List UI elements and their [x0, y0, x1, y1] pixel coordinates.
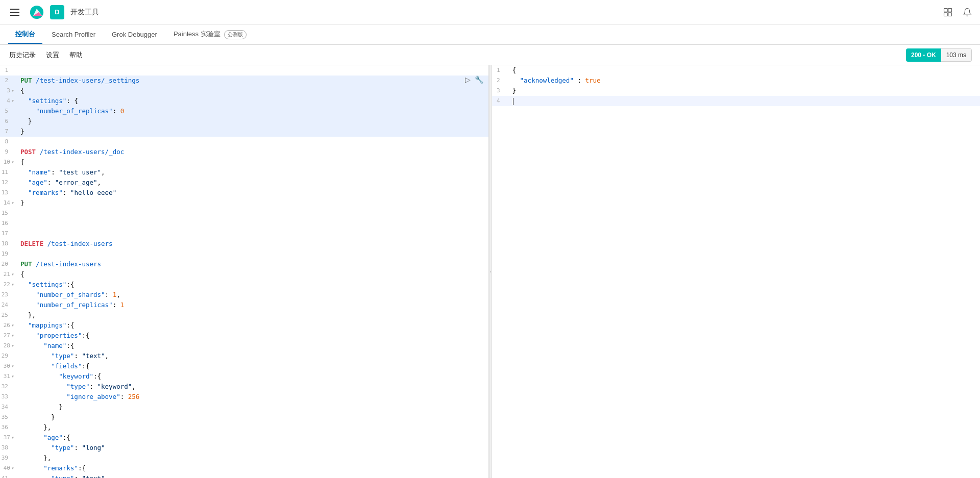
code-line: 2 "acknowledged" : true: [492, 76, 981, 86]
notifications-button[interactable]: [961, 6, 974, 19]
code-line: 30▾ "fields":{: [0, 361, 488, 371]
tab-grok-debugger[interactable]: Grok Debugger: [105, 27, 164, 43]
tab-search-profiler[interactable]: Search Profiler: [44, 27, 103, 43]
status-code: 200 - OK: [906, 48, 941, 62]
svg-rect-3: [944, 8, 948, 12]
tab-console[interactable]: 控制台: [8, 26, 42, 44]
editor-area: 1 2 PUT /test-index-users/_settings ▷🔧 3…: [0, 65, 980, 478]
secondary-toolbar: 历史记录 设置 帮助 200 - OK 103 ms: [0, 45, 980, 65]
code-line: 14▾ }: [0, 198, 488, 208]
code-line: 10▾ {: [0, 157, 488, 167]
code-line: 22▾ "settings":{: [0, 280, 488, 290]
code-line: 1 {: [492, 65, 981, 76]
code-line: 15: [0, 208, 488, 218]
tab-bar: 控制台 Search Profiler Grok Debugger Painle…: [0, 24, 980, 45]
help-button[interactable]: 帮助: [68, 48, 84, 62]
code-line: 32 "type": "keyword",: [0, 382, 488, 392]
svg-rect-6: [948, 12, 952, 16]
run-button[interactable]: ▷: [464, 76, 472, 84]
bell-icon: [963, 8, 972, 17]
code-line: 11 "name": "test user",: [0, 167, 488, 178]
right-editor[interactable]: 1 { 2 "acknowledged" : true 3 } 4: [492, 65, 981, 478]
code-line: 29 "type": "text",: [0, 351, 488, 361]
code-line: 2 PUT /test-index-users/_settings ▷🔧: [0, 76, 488, 86]
tab-painless[interactable]: Painless 实验室 公测版: [166, 26, 254, 44]
status-time: 103 ms: [941, 48, 972, 62]
code-line: 40▾ "remarks":{: [0, 463, 488, 473]
code-line: 1: [0, 65, 488, 76]
code-line: 4▾ "settings": {: [0, 96, 488, 106]
code-line: 38 "type": "long": [0, 443, 488, 453]
code-line: 31▾ "keyword":{: [0, 371, 488, 382]
code-line: 9 POST /test-index-users/_doc: [0, 147, 488, 157]
code-line: 5 "number_of_replicas": 0: [0, 106, 488, 116]
code-line: 6 }: [0, 116, 488, 127]
status-area: 200 - OK 103 ms: [906, 48, 972, 62]
code-line: 8: [0, 137, 488, 147]
user-avatar: D: [50, 5, 64, 19]
code-line: 34 }: [0, 402, 488, 412]
code-line: 36 },: [0, 422, 488, 433]
code-line: 16: [0, 218, 488, 229]
code-line: 23 "number_of_shards": 1,: [0, 290, 488, 300]
code-line: 19: [0, 249, 488, 259]
code-line: 37▾ "age":{: [0, 433, 488, 443]
code-line: 3▾ {: [0, 86, 488, 96]
wrench-button[interactable]: 🔧: [474, 76, 484, 84]
kibana-logo: [30, 5, 44, 19]
svg-rect-5: [944, 12, 948, 16]
code-line: 28▾ "name":{: [0, 341, 488, 351]
code-line: 41 "type": "text": [0, 473, 488, 478]
code-line: 21▾ {: [0, 269, 488, 280]
code-line: 20 PUT /test-index-users: [0, 259, 488, 269]
left-editor[interactable]: 1 2 PUT /test-index-users/_settings ▷🔧 3…: [0, 65, 489, 478]
code-line: 18 DELETE /test-index-users: [0, 239, 488, 249]
app-title: 开发工具: [70, 8, 99, 17]
extensions-icon: [943, 8, 952, 17]
code-line: 17: [0, 229, 488, 239]
code-line: 39 },: [0, 453, 488, 463]
beta-badge: 公测版: [224, 30, 247, 39]
code-line: 3 }: [492, 86, 981, 96]
top-bar: D 开发工具: [0, 0, 980, 24]
code-line: 12 "age": "error_age",: [0, 178, 488, 188]
code-line: 33 "ignore_above": 256: [0, 392, 488, 402]
hamburger-button[interactable]: [6, 5, 23, 20]
code-line: 13 "remarks": "hello eeee": [0, 188, 488, 198]
history-button[interactable]: 历史记录: [8, 48, 37, 62]
code-line: 4: [492, 96, 981, 106]
code-line: 35 }: [0, 412, 488, 422]
code-line: 7 }: [0, 127, 488, 137]
code-line: 25 },: [0, 310, 488, 320]
code-line: 26▾ "mappings":{: [0, 320, 488, 331]
svg-rect-4: [948, 8, 952, 12]
code-line: 27▾ "properties":{: [0, 331, 488, 341]
code-line: 24 "number_of_replicas": 1: [0, 300, 488, 310]
extensions-button[interactable]: [941, 6, 954, 19]
settings-button[interactable]: 设置: [45, 48, 60, 62]
hamburger-icon: [8, 7, 21, 18]
status-badge: 200 - OK 103 ms: [906, 48, 972, 62]
